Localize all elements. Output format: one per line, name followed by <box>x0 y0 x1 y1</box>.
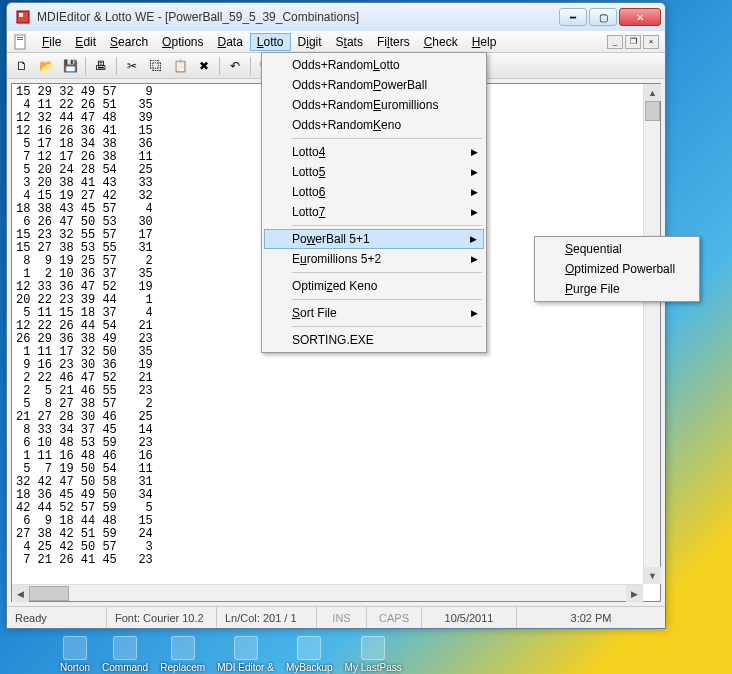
menu-check[interactable]: Check <box>417 33 465 51</box>
svg-rect-3 <box>17 37 23 38</box>
menu-item-powerball-5-1[interactable]: PowerBall 5+1▶ <box>264 229 484 249</box>
menu-item-sorting-exe[interactable]: SORTING.EXE <box>264 330 484 350</box>
taskbar-item-replacem[interactable]: Replacem <box>160 636 205 673</box>
menu-item-odds-random-keno[interactable]: Odds+Random Keno <box>264 115 484 135</box>
horizontal-scrollbar[interactable]: ◀ ▶ <box>12 584 643 601</box>
status-time: 3:02 PM <box>517 607 665 628</box>
menu-options[interactable]: Options <box>155 33 210 51</box>
menu-separator <box>292 272 482 273</box>
vertical-scrollbar[interactable]: ▲ ▼ <box>643 84 660 584</box>
submenu-item-optimized-powerball[interactable]: Optimized Powerball <box>537 259 697 279</box>
toolbar-separator <box>250 57 251 75</box>
menu-data[interactable]: Data <box>210 33 249 51</box>
menu-separator <box>292 225 482 226</box>
taskbar-app-icon <box>63 636 87 660</box>
menu-filters[interactable]: Filters <box>370 33 417 51</box>
scroll-up-icon[interactable]: ▲ <box>644 84 661 101</box>
status-font: Font: Courier 10.2 <box>107 607 217 628</box>
menu-item-sort-file[interactable]: Sort File▶ <box>264 303 484 323</box>
menu-separator <box>292 299 482 300</box>
menu-help[interactable]: Help <box>465 33 504 51</box>
delete-icon[interactable]: ✖ <box>193 56 215 76</box>
status-ins: INS <box>317 607 367 628</box>
submenu-arrow-icon: ▶ <box>471 187 478 197</box>
taskbar-app-icon <box>113 636 137 660</box>
taskbar-item-mybackup[interactable]: MyBackup <box>286 636 333 673</box>
taskbar-app-icon <box>361 636 385 660</box>
undo-icon[interactable]: ↶ <box>224 56 246 76</box>
taskbar-label: MyBackup <box>286 662 333 673</box>
toolbar-separator <box>219 57 220 75</box>
status-caps: CAPS <box>367 607 422 628</box>
save-icon[interactable]: 💾 <box>59 56 81 76</box>
menu-lotto[interactable]: Lotto <box>250 33 291 51</box>
open-icon[interactable]: 📂 <box>35 56 57 76</box>
horizontal-scroll-thumb[interactable] <box>29 586 69 601</box>
mdi-restore-button[interactable]: ❐ <box>625 35 641 49</box>
scroll-right-icon[interactable]: ▶ <box>626 585 643 602</box>
taskbar-label: MDI Editor & <box>217 662 274 673</box>
paste-icon[interactable]: 📋 <box>169 56 191 76</box>
svg-rect-4 <box>17 39 23 40</box>
menu-file[interactable]: File <box>35 33 68 51</box>
taskbar-app-icon <box>171 636 195 660</box>
taskbar: NortonCommandReplacemMDI Editor &MyBacku… <box>0 634 732 674</box>
submenu-arrow-icon: ▶ <box>470 234 477 244</box>
submenu-arrow-icon: ▶ <box>471 167 478 177</box>
cut-icon[interactable]: ✂ <box>121 56 143 76</box>
taskbar-item-my-lastpass[interactable]: My LastPass <box>345 636 402 673</box>
titlebar[interactable]: MDIEditor & Lotto WE - [PowerBall_59_5_3… <box>7 3 665 31</box>
taskbar-item-mdi-editor-[interactable]: MDI Editor & <box>217 636 274 673</box>
menu-item-lotto-5[interactable]: Lotto 5▶ <box>264 162 484 182</box>
status-ready: Ready <box>7 607 107 628</box>
svg-rect-1 <box>19 13 23 17</box>
taskbar-label: Command <box>102 662 148 673</box>
menu-item-odds-random-euromillions[interactable]: Odds+Random Euromillions <box>264 95 484 115</box>
vertical-scroll-thumb[interactable] <box>645 101 660 121</box>
window-title: MDIEditor & Lotto WE - [PowerBall_59_5_3… <box>35 10 559 24</box>
new-icon[interactable]: 🗋 <box>11 56 33 76</box>
menu-digit[interactable]: Digit <box>291 33 329 51</box>
submenu-item-purge-file[interactable]: Purge File <box>537 279 697 299</box>
close-button[interactable]: ✕ <box>619 8 661 26</box>
taskbar-label: Norton <box>60 662 90 673</box>
print-icon[interactable]: 🖶 <box>90 56 112 76</box>
menu-separator <box>292 138 482 139</box>
status-lncol: Ln/Col: 201 / 1 <box>217 607 317 628</box>
status-date: 10/5/2011 <box>422 607 517 628</box>
menu-item-lotto-4[interactable]: Lotto 4▶ <box>264 142 484 162</box>
menu-edit[interactable]: Edit <box>68 33 103 51</box>
submenu-arrow-icon: ▶ <box>471 207 478 217</box>
scroll-down-icon[interactable]: ▼ <box>644 567 661 584</box>
menu-search[interactable]: Search <box>103 33 155 51</box>
submenu-arrow-icon: ▶ <box>471 254 478 264</box>
maximize-button[interactable]: ▢ <box>589 8 617 26</box>
powerball-submenu: SequentialOptimized PowerballPurge File <box>534 236 700 302</box>
submenu-item-sequential[interactable]: Sequential <box>537 239 697 259</box>
mdi-minimize-button[interactable]: _ <box>607 35 623 49</box>
taskbar-app-icon <box>297 636 321 660</box>
menu-item-optimized-keno[interactable]: Optimized Keno <box>264 276 484 296</box>
taskbar-label: Replacem <box>160 662 205 673</box>
menu-item-lotto-6[interactable]: Lotto 6▶ <box>264 182 484 202</box>
taskbar-item-norton[interactable]: Norton <box>60 636 90 673</box>
copy-icon[interactable]: ⿻ <box>145 56 167 76</box>
taskbar-item-command[interactable]: Command <box>102 636 148 673</box>
scroll-left-icon[interactable]: ◀ <box>12 585 29 602</box>
menu-item-lotto-7[interactable]: Lotto 7▶ <box>264 202 484 222</box>
menu-separator <box>292 326 482 327</box>
menu-item-euromillions-5-2[interactable]: Euromillions 5+2▶ <box>264 249 484 269</box>
document-icon <box>13 34 29 50</box>
submenu-arrow-icon: ▶ <box>471 147 478 157</box>
minimize-button[interactable]: ━ <box>559 8 587 26</box>
lotto-menu: Odds+Random LottoOdds+Random PowerBallOd… <box>261 52 487 353</box>
menubar: FileEditSearchOptionsDataLottoDigitStats… <box>7 31 665 53</box>
taskbar-app-icon <box>234 636 258 660</box>
menu-stats[interactable]: Stats <box>329 33 370 51</box>
mdi-close-button[interactable]: × <box>643 35 659 49</box>
statusbar: Ready Font: Courier 10.2 Ln/Col: 201 / 1… <box>7 606 665 628</box>
menu-item-odds-random-powerball[interactable]: Odds+Random PowerBall <box>264 75 484 95</box>
toolbar-separator <box>85 57 86 75</box>
menu-item-odds-random-lotto[interactable]: Odds+Random Lotto <box>264 55 484 75</box>
toolbar-separator <box>116 57 117 75</box>
